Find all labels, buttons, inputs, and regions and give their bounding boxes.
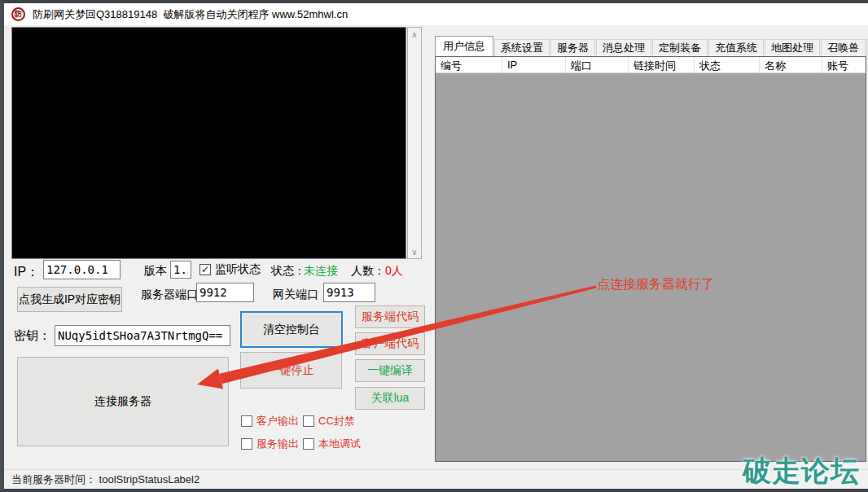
server-code-button[interactable]: 服务端代码: [355, 305, 425, 328]
version-label: 版本: [144, 264, 167, 279]
ip-label: IP：: [14, 264, 39, 281]
checkbox-empty-icon: [303, 438, 314, 450]
right-tab-panel: 用户信息 系统设置 服务器 消息处理 定制装备 充值系统 地图处理 召唤兽 封禁…: [432, 33, 868, 465]
server-port-label: 服务器端口: [141, 288, 198, 302]
tab-custom-equipment[interactable]: 定制装备: [652, 39, 708, 56]
listen-status-checkbox[interactable]: ✓ 监听状态: [199, 262, 261, 277]
tab-summon-beast[interactable]: 召唤兽: [821, 39, 866, 56]
column-header-ip[interactable]: IP: [502, 57, 566, 72]
stop-all-button[interactable]: 一键停止: [240, 352, 342, 389]
local-debug-checkbox[interactable]: 本地调试: [303, 437, 361, 451]
server-output-label: 服务输出: [256, 437, 299, 451]
client-output-label: 客户输出: [256, 414, 299, 428]
gateway-port-input[interactable]: [323, 283, 375, 302]
tab-message-handling[interactable]: 消息处理: [596, 39, 651, 56]
checkbox-empty-icon: [241, 415, 252, 427]
gateway-port-label: 网关端口: [273, 288, 318, 302]
compile-button[interactable]: 一键编译: [355, 359, 425, 382]
scroll-up-icon[interactable]: ∧: [408, 28, 421, 41]
status-value: 未连接: [304, 264, 338, 279]
column-header-id[interactable]: 编号: [436, 57, 502, 72]
list-body-empty[interactable]: [436, 73, 866, 461]
tab-recharge-system[interactable]: 充值系统: [708, 39, 764, 56]
column-header-name[interactable]: 名称: [760, 57, 822, 72]
forum-watermark: 破走论坛: [743, 452, 860, 490]
key-label: 密钥：: [14, 328, 50, 344]
user-list-view[interactable]: 编号 IP 端口 链接时间 状态 名称 账号: [435, 56, 866, 462]
player-count-value: 0人: [385, 264, 403, 279]
tab-system-settings[interactable]: 系统设置: [494, 39, 550, 56]
column-header-status[interactable]: 状态: [695, 57, 760, 72]
annotation-text: 点连接服务器就行了: [597, 276, 714, 293]
tab-map-handling[interactable]: 地图处理: [765, 39, 820, 56]
server-port-input[interactable]: [196, 283, 254, 302]
app-seal-icon: 防: [11, 7, 25, 21]
client-code-button[interactable]: 客户端代码: [355, 332, 425, 355]
version-input[interactable]: [170, 261, 191, 279]
client-output-checkbox[interactable]: 客户输出: [241, 414, 299, 428]
status-label: 状态：: [271, 264, 305, 279]
cc-ban-label: CC封禁: [318, 414, 355, 428]
tab-strip: 用户信息 系统设置 服务器 消息处理 定制装备 充值系统 地图处理 召唤兽 封禁…: [435, 36, 868, 56]
player-count-label: 人数：: [351, 264, 385, 279]
checkbox-checked-icon: ✓: [199, 264, 211, 275]
list-header-row: 编号 IP 端口 链接时间 状态 名称 账号: [436, 57, 866, 73]
column-header-port[interactable]: 端口: [566, 57, 629, 72]
ip-input[interactable]: [43, 260, 121, 279]
window-title: 防刷网关梦回Q318819148 破解版将自动关闭程序 www.52mhwl.c…: [33, 7, 348, 22]
local-debug-label: 本地调试: [318, 437, 361, 451]
generate-key-button[interactable]: 点我生成IP对应密钥: [17, 287, 122, 312]
listen-status-label: 监听状态: [215, 262, 261, 277]
app-window: 防 防刷网关梦回Q318819148 破解版将自动关闭程序 www.52mhwl…: [0, 0, 868, 492]
scroll-down-icon[interactable]: ∨: [408, 245, 421, 258]
column-header-account[interactable]: 账号: [822, 57, 866, 72]
status-bar: 当前服务器时间： toolStripStatusLabel2: [4, 469, 868, 489]
tab-user-info[interactable]: 用户信息: [435, 36, 493, 56]
link-lua-button[interactable]: 关联lua: [355, 387, 425, 410]
console-log-area[interactable]: [11, 27, 406, 259]
column-header-link-time[interactable]: 链接时间: [629, 57, 695, 72]
key-input[interactable]: [55, 325, 230, 346]
tab-server[interactable]: 服务器: [550, 39, 595, 56]
clear-console-button[interactable]: 清空控制台: [240, 311, 343, 348]
console-scrollbar[interactable]: ∧ ∨: [407, 27, 422, 259]
cc-ban-checkbox[interactable]: CC封禁: [303, 414, 355, 428]
title-bar: 防 防刷网关梦回Q318819148 破解版将自动关闭程序 www.52mhwl…: [4, 3, 868, 25]
checkbox-empty-icon: [241, 438, 252, 450]
connect-server-button[interactable]: 连接服务器: [17, 357, 229, 446]
server-output-checkbox[interactable]: 服务输出: [241, 437, 299, 451]
server-time-status-text: 当前服务器时间： toolStripStatusLabel2: [11, 472, 199, 487]
checkbox-empty-icon: [303, 415, 314, 427]
